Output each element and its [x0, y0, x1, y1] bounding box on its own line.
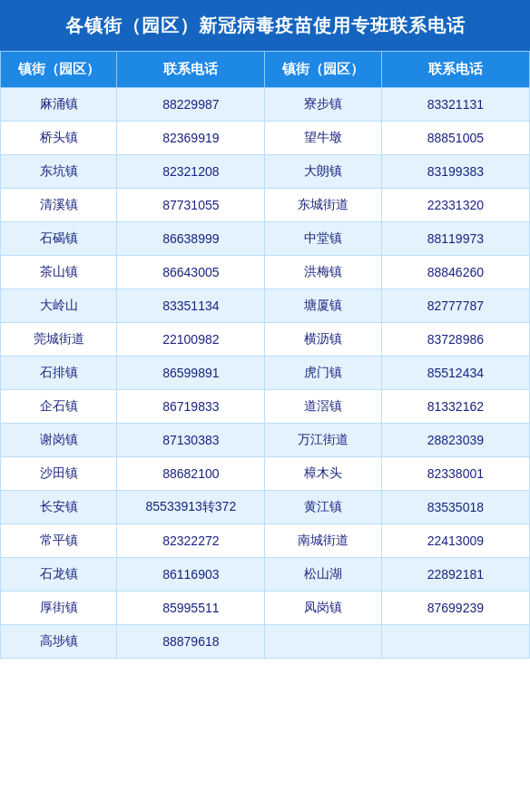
phone2-cell: 83199383 — [381, 155, 529, 189]
town1-cell: 石碣镇 — [1, 222, 117, 256]
phone2-cell: 85512434 — [381, 357, 529, 390]
phone1-cell: 87130383 — [117, 424, 265, 457]
town2-cell: 道滘镇 — [265, 390, 381, 424]
contacts-table: 镇街（园区） 联系电话 镇街（园区） 联系电话 麻涌镇88229987寮步镇83… — [0, 51, 530, 659]
town1-cell: 谢岗镇 — [1, 424, 117, 457]
phone1-cell: 88682100 — [117, 457, 265, 491]
table-row: 厚街镇85995511凤岗镇87699239 — [1, 592, 530, 625]
town1-cell: 常平镇 — [1, 524, 117, 558]
town2-cell: 寮步镇 — [265, 88, 381, 122]
table-body: 麻涌镇88229987寮步镇83321131桥头镇82369919望牛墩8885… — [1, 88, 530, 659]
phone1-cell: 82321208 — [117, 155, 265, 189]
phone2-cell: 87699239 — [381, 592, 529, 625]
phone2-cell: 82777787 — [381, 289, 529, 323]
table-row: 大岭山83351134塘厦镇82777787 — [1, 289, 530, 323]
phone2-cell — [381, 625, 529, 659]
phone2-cell: 83535018 — [381, 491, 529, 524]
town2-cell: 松山湖 — [265, 558, 381, 592]
phone1-cell: 86643005 — [117, 256, 265, 289]
phone2-cell: 83321131 — [381, 88, 529, 122]
town1-cell: 厚街镇 — [1, 592, 117, 625]
phone1-cell: 86638999 — [117, 222, 265, 256]
town2-cell: 樟木头 — [265, 457, 381, 491]
phone1-cell: 86719833 — [117, 390, 265, 424]
town2-cell: 万江街道 — [265, 424, 381, 457]
town1-cell: 东坑镇 — [1, 155, 117, 189]
phone1-cell: 87731055 — [117, 189, 265, 222]
page-container: 各镇街（园区）新冠病毒疫苗使用专班联系电话 镇街（园区） 联系电话 镇街（园区）… — [0, 0, 530, 659]
table-row: 石龙镇86116903松山湖22892181 — [1, 558, 530, 592]
town1-cell: 桥头镇 — [1, 122, 117, 155]
town1-cell: 沙田镇 — [1, 457, 117, 491]
table-row: 常平镇82322272南城街道22413009 — [1, 524, 530, 558]
table-row: 企石镇86719833道滘镇81332162 — [1, 390, 530, 424]
phone1-cell: 88879618 — [117, 625, 265, 659]
table-row: 长安镇85533913转372黄江镇83535018 — [1, 491, 530, 524]
phone2-cell: 22892181 — [381, 558, 529, 592]
town2-cell: 洪梅镇 — [265, 256, 381, 289]
town1-cell: 茶山镇 — [1, 256, 117, 289]
page-header: 各镇街（园区）新冠病毒疫苗使用专班联系电话 — [0, 0, 530, 51]
phone1-cell: 83351134 — [117, 289, 265, 323]
phone2-cell: 83728986 — [381, 323, 529, 357]
table-row: 莞城街道22100982横沥镇83728986 — [1, 323, 530, 357]
phone2-cell: 82338001 — [381, 457, 529, 491]
town2-cell: 横沥镇 — [265, 323, 381, 357]
town1-cell: 石龙镇 — [1, 558, 117, 592]
town1-cell: 清溪镇 — [1, 189, 117, 222]
col-header-phone2: 联系电话 — [381, 52, 529, 88]
phone1-cell: 22100982 — [117, 323, 265, 357]
town1-cell: 企石镇 — [1, 390, 117, 424]
phone2-cell: 22331320 — [381, 189, 529, 222]
town1-cell: 莞城街道 — [1, 323, 117, 357]
table-row: 石排镇86599891虎门镇85512434 — [1, 357, 530, 390]
phone2-cell: 88846260 — [381, 256, 529, 289]
town2-cell: 大朗镇 — [265, 155, 381, 189]
table-row: 茶山镇86643005洪梅镇88846260 — [1, 256, 530, 289]
town2-cell: 塘厦镇 — [265, 289, 381, 323]
col-header-phone1: 联系电话 — [117, 52, 265, 88]
table-header-row: 镇街（园区） 联系电话 镇街（园区） 联系电话 — [1, 52, 530, 88]
phone2-cell: 88851005 — [381, 122, 529, 155]
table-row: 沙田镇88682100樟木头82338001 — [1, 457, 530, 491]
town2-cell: 黄江镇 — [265, 491, 381, 524]
town1-cell: 石排镇 — [1, 357, 117, 390]
phone1-cell: 88229987 — [117, 88, 265, 122]
table-row: 石碣镇86638999中堂镇88119973 — [1, 222, 530, 256]
town1-cell: 长安镇 — [1, 491, 117, 524]
table-row: 桥头镇82369919望牛墩88851005 — [1, 122, 530, 155]
phone1-cell: 85995511 — [117, 592, 265, 625]
phone1-cell: 82369919 — [117, 122, 265, 155]
phone2-cell: 81332162 — [381, 390, 529, 424]
town2-cell: 虎门镇 — [265, 357, 381, 390]
town2-cell: 凤岗镇 — [265, 592, 381, 625]
phone1-cell: 86599891 — [117, 357, 265, 390]
phone2-cell: 28823039 — [381, 424, 529, 457]
table-row: 清溪镇87731055东城街道22331320 — [1, 189, 530, 222]
table-row: 东坑镇82321208大朗镇83199383 — [1, 155, 530, 189]
town2-cell — [265, 625, 381, 659]
phone1-cell: 85533913转372 — [117, 491, 265, 524]
header-title: 各镇街（园区）新冠病毒疫苗使用专班联系电话 — [65, 15, 466, 35]
table-row: 麻涌镇88229987寮步镇83321131 — [1, 88, 530, 122]
col-header-town2: 镇街（园区） — [265, 52, 381, 88]
table-row: 谢岗镇87130383万江街道28823039 — [1, 424, 530, 457]
phone1-cell: 82322272 — [117, 524, 265, 558]
table-row: 高埗镇88879618 — [1, 625, 530, 659]
col-header-town1: 镇街（园区） — [1, 52, 117, 88]
phone2-cell: 88119973 — [381, 222, 529, 256]
town2-cell: 东城街道 — [265, 189, 381, 222]
town2-cell: 中堂镇 — [265, 222, 381, 256]
phone1-cell: 86116903 — [117, 558, 265, 592]
town1-cell: 大岭山 — [1, 289, 117, 323]
phone2-cell: 22413009 — [381, 524, 529, 558]
town1-cell: 高埗镇 — [1, 625, 117, 659]
town1-cell: 麻涌镇 — [1, 88, 117, 122]
town2-cell: 望牛墩 — [265, 122, 381, 155]
town2-cell: 南城街道 — [265, 524, 381, 558]
